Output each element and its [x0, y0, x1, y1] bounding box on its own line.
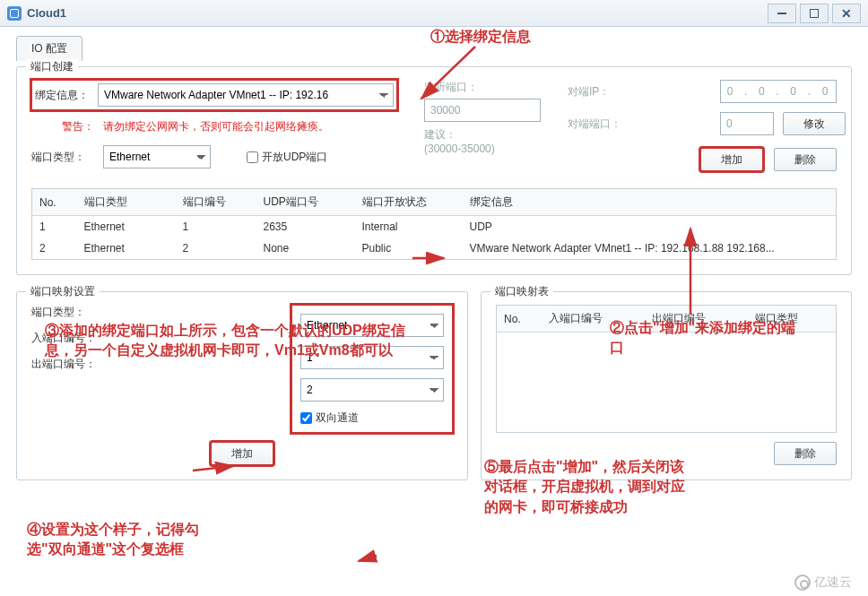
maximize-button[interactable] — [800, 4, 829, 23]
open-udp-check[interactable]: 开放UDP端口 — [247, 150, 327, 165]
add-port-button[interactable]: 增加 — [700, 148, 763, 171]
map-delete-button[interactable]: 删除 — [774, 442, 837, 465]
th-portno: 端口编号 — [176, 189, 256, 216]
port-type-label: 端口类型： — [31, 150, 94, 165]
mth-type: 端口类型 — [748, 306, 836, 333]
hint-range: (30000-35000) — [424, 143, 541, 155]
annotation-4: ④设置为这个样子，记得勾选"双向通道"这个复选框 — [27, 520, 206, 560]
delete-port-button[interactable]: 删除 — [774, 148, 837, 171]
th-no: No. — [32, 189, 77, 216]
mth-no: No. — [497, 306, 542, 333]
map-type-select[interactable]: Ethernet — [300, 314, 444, 337]
th-type: 端口类型 — [77, 189, 176, 216]
port-creation-group: 端口创建 绑定信息： VMware Network Adapter VMnet1… — [16, 66, 852, 275]
port-map-labels: 端口类型： 入端口编号： 出端口编号： — [31, 305, 273, 372]
listen-label: 监听端口： — [424, 80, 541, 95]
cell-no: 2 — [32, 238, 77, 260]
th-udp: UDP端口号 — [256, 189, 355, 216]
cell-bind: VMware Network Adapter VMnet1 -- IP: 192… — [463, 238, 837, 260]
mth-in: 入端口编号 — [542, 306, 645, 333]
map-add-button[interactable]: 增加 — [211, 442, 273, 465]
app-icon — [7, 6, 22, 21]
cell-type: Ethernet — [77, 238, 176, 260]
watermark: 亿速云 — [794, 574, 852, 591]
table-row[interactable]: 2Ethernet2NonePublicVMware Network Adapt… — [32, 238, 837, 260]
duplex-label: 双向通道 — [316, 410, 359, 426]
peer-ip-label: 对端IP： — [568, 84, 711, 99]
duplex-checkbox[interactable] — [300, 412, 312, 424]
titlebar: Cloud1 ✕ — [0, 0, 868, 27]
open-udp-label: 开放UDP端口 — [262, 150, 327, 165]
peer-port-input — [720, 112, 774, 135]
warn-label: 警告： — [31, 119, 94, 134]
close-icon: ✕ — [841, 7, 852, 20]
port-map-settings-legend: 端口映射设置 — [26, 284, 100, 299]
port-creation-legend: 端口创建 — [26, 59, 78, 74]
warn-text: 请勿绑定公网网卡，否则可能会引起网络瘫痪。 — [103, 119, 329, 134]
watermark-icon — [794, 574, 811, 591]
port-type-select[interactable]: Ethernet — [103, 145, 211, 168]
cell-state: Internal — [355, 216, 463, 238]
bind-label: 绑定信息： — [35, 88, 89, 103]
map-type-label: 端口类型： — [31, 305, 130, 320]
cell-portno: 1 — [176, 216, 256, 238]
hint-label: 建议： — [424, 127, 541, 143]
th-bind: 绑定信息 — [463, 189, 837, 216]
cell-udp: None — [256, 238, 355, 260]
duplex-check[interactable]: 双向通道 — [300, 410, 444, 426]
tab-io-config[interactable]: IO 配置 — [16, 36, 82, 61]
th-state: 端口开放状态 — [355, 189, 463, 216]
port-map-table-group: 端口映射表 No. 入端口编号 出端口编号 端口类型 删除 — [481, 291, 852, 480]
map-out-label: 出端口编号： — [31, 357, 130, 372]
port-map-table-legend: 端口映射表 — [490, 284, 553, 299]
modify-button[interactable]: 修改 — [783, 112, 846, 135]
close-button[interactable]: ✕ — [832, 4, 861, 23]
open-udp-checkbox[interactable] — [247, 151, 258, 163]
bind-select[interactable]: VMware Network Adapter VMnet1 -- IP: 192… — [98, 83, 394, 107]
cell-udp: 2635 — [256, 216, 355, 238]
map-in-label: 入端口编号： — [31, 331, 130, 346]
bind-row: 绑定信息： VMware Network Adapter VMnet1 -- I… — [31, 80, 397, 110]
cell-bind: UDP — [463, 216, 837, 238]
map-out-select[interactable]: 2 — [300, 378, 444, 402]
cell-no: 1 — [32, 216, 77, 238]
minimize-icon — [777, 13, 786, 14]
listen-input — [424, 99, 541, 122]
cell-portno: 2 — [176, 238, 256, 260]
svg-line-4 — [359, 556, 377, 561]
table-row[interactable]: 1Ethernet12635InternalUDP — [32, 216, 837, 238]
port-map-table: No. 入端口编号 出端口编号 端口类型 — [496, 305, 837, 433]
mth-out: 出端口编号 — [645, 306, 748, 333]
maximize-icon — [810, 9, 819, 18]
port-table: No. 端口类型 端口编号 UDP端口号 端口开放状态 绑定信息 1Ethern… — [31, 188, 837, 260]
cell-state: Public — [355, 238, 463, 260]
port-map-inputs: Ethernet 1 2 双向通道 — [291, 305, 453, 433]
minimize-button[interactable] — [768, 4, 796, 23]
cell-type: Ethernet — [77, 216, 176, 238]
watermark-text: 亿速云 — [814, 574, 852, 591]
map-in-select[interactable]: 1 — [300, 346, 444, 369]
listen-column: 监听端口： 建议： (30000-35000) — [424, 80, 541, 177]
peer-ip-input — [720, 80, 837, 103]
port-map-settings-group: 端口映射设置 端口类型： 入端口编号： 出端口编号： Ethernet 1 2 … — [16, 291, 468, 480]
peer-port-label: 对端端口： — [568, 117, 711, 132]
window-title: Cloud1 — [27, 6, 764, 20]
peer-column: 对端IP： 对端端口： 修改 增加 删除 — [568, 80, 837, 177]
